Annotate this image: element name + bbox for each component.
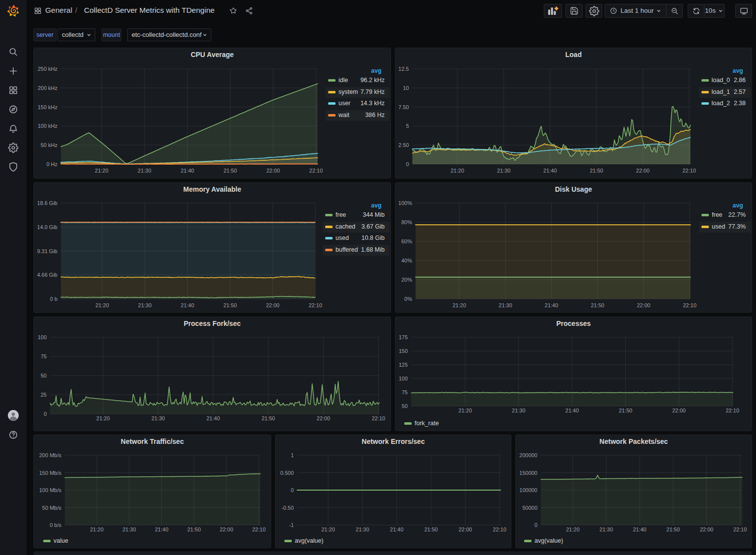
svg-text:0.500: 0.500 [280, 470, 294, 476]
svg-text:22:00: 22:00 [458, 526, 472, 532]
svg-text:50 kHz: 50 kHz [41, 142, 57, 148]
svg-text:1: 1 [291, 452, 294, 458]
svg-text:0 Hz: 0 Hz [46, 161, 57, 167]
svg-text:21:50: 21:50 [424, 526, 438, 532]
svg-text:100 kHz: 100 kHz [38, 123, 57, 129]
svg-text:100000: 100000 [519, 487, 537, 493]
svg-text:21:20: 21:20 [321, 526, 335, 532]
svg-text:150: 150 [399, 348, 408, 354]
svg-text:5: 5 [406, 123, 409, 129]
svg-text:21:40: 21:40 [543, 168, 557, 174]
svg-text:21:20: 21:20 [566, 526, 580, 532]
svg-text:21:30: 21:30 [356, 526, 369, 532]
svg-text:21:40: 21:40 [633, 526, 646, 532]
svg-text:22:00: 22:00 [636, 168, 650, 174]
svg-text:21:40: 21:40 [565, 408, 579, 413]
svg-text:22:10: 22:10 [733, 526, 747, 532]
svg-text:0 b: 0 b [50, 296, 57, 302]
svg-text:21:50: 21:50 [187, 526, 201, 532]
svg-text:22:10: 22:10 [372, 415, 386, 421]
svg-text:21:30: 21:30 [138, 168, 151, 174]
svg-text:21:40: 21:40 [181, 302, 195, 308]
svg-text:21:20: 21:20 [95, 302, 109, 308]
svg-text:100: 100 [38, 334, 47, 340]
svg-text:100 Mb/s: 100 Mb/s [39, 487, 62, 493]
svg-text:22:10: 22:10 [683, 302, 697, 308]
svg-text:60%: 60% [401, 238, 412, 244]
svg-text:0%: 0% [404, 296, 412, 302]
svg-text:21:30: 21:30 [512, 408, 526, 413]
svg-text:22:10: 22:10 [252, 526, 266, 532]
svg-text:21:40: 21:40 [181, 168, 195, 174]
svg-text:21:20: 21:20 [452, 302, 466, 308]
svg-text:20%: 20% [401, 277, 412, 283]
svg-text:50 Mb/s: 50 Mb/s [42, 505, 62, 511]
svg-text:0 b/s: 0 b/s [50, 522, 61, 528]
svg-text:21:50: 21:50 [224, 168, 237, 174]
svg-text:22:00: 22:00 [672, 408, 686, 413]
svg-text:-0.50: -0.50 [281, 505, 294, 511]
svg-text:50: 50 [402, 403, 408, 409]
svg-text:21:30: 21:30 [499, 302, 512, 308]
svg-text:-1: -1 [289, 522, 294, 528]
svg-text:21:50: 21:50 [261, 415, 275, 421]
svg-text:22:00: 22:00 [317, 415, 331, 421]
svg-text:21:50: 21:50 [589, 168, 603, 174]
svg-text:150000: 150000 [519, 470, 537, 476]
svg-text:21:20: 21:20 [458, 408, 472, 413]
svg-text:0: 0 [291, 487, 294, 493]
svg-text:50000: 50000 [522, 505, 537, 511]
svg-text:0: 0 [534, 522, 537, 528]
svg-text:21:40: 21:40 [545, 302, 559, 308]
svg-text:21:30: 21:30 [497, 168, 511, 174]
svg-text:75: 75 [402, 389, 408, 395]
svg-text:150 Mb/s: 150 Mb/s [39, 470, 62, 476]
svg-text:22:10: 22:10 [726, 408, 739, 413]
svg-text:21:50: 21:50 [224, 302, 237, 308]
svg-text:175: 175 [399, 334, 408, 340]
svg-text:50: 50 [41, 373, 47, 379]
svg-text:22:10: 22:10 [493, 526, 506, 532]
svg-text:22:00: 22:00 [700, 526, 714, 532]
svg-text:40%: 40% [401, 258, 412, 263]
svg-text:21:40: 21:40 [390, 526, 404, 532]
svg-text:21:50: 21:50 [667, 526, 680, 532]
svg-text:21:30: 21:30 [122, 526, 136, 532]
svg-text:21:50: 21:50 [591, 302, 605, 308]
svg-text:200000: 200000 [519, 452, 537, 458]
svg-text:22:10: 22:10 [682, 168, 696, 174]
svg-text:21:50: 21:50 [619, 408, 633, 413]
svg-text:4.66 Gib: 4.66 Gib [37, 272, 57, 278]
svg-text:22:00: 22:00 [220, 526, 233, 532]
svg-text:21:30: 21:30 [151, 415, 165, 421]
svg-text:0: 0 [44, 411, 47, 417]
svg-text:21:20: 21:20 [95, 168, 109, 174]
svg-text:22:00: 22:00 [266, 302, 280, 308]
svg-text:22:00: 22:00 [637, 302, 650, 308]
svg-text:22:10: 22:10 [309, 168, 323, 174]
svg-text:125: 125 [399, 362, 408, 368]
svg-text:21:40: 21:40 [206, 415, 220, 421]
svg-text:100: 100 [399, 376, 408, 381]
svg-text:21:30: 21:30 [599, 526, 613, 532]
svg-text:0: 0 [406, 161, 409, 167]
svg-text:21:20: 21:20 [90, 526, 104, 532]
svg-text:21:20: 21:20 [450, 168, 464, 174]
svg-text:75: 75 [41, 353, 47, 359]
svg-text:21:40: 21:40 [155, 526, 168, 532]
svg-text:25: 25 [41, 392, 47, 398]
svg-text:200 Mb/s: 200 Mb/s [39, 452, 62, 458]
svg-text:22:00: 22:00 [266, 168, 280, 174]
svg-text:21:20: 21:20 [96, 415, 110, 421]
svg-text:21:30: 21:30 [138, 302, 152, 308]
svg-text:22:10: 22:10 [308, 302, 322, 308]
svg-text:2.50: 2.50 [398, 142, 409, 148]
